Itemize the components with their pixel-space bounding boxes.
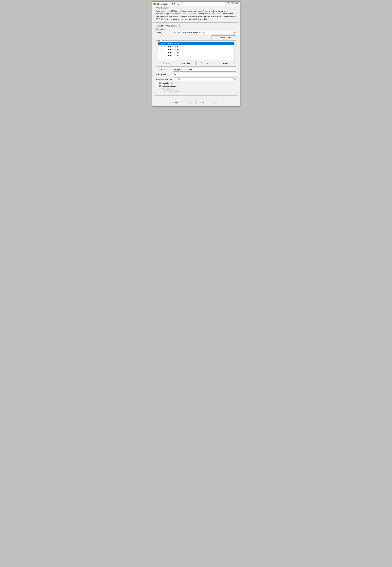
read-mode-row: Read mode: Asynchronous (device) Synchro… (156, 68, 236, 71)
read-mode-select-wrapper: Asynchronous (device) Synchronous (cache… (173, 68, 236, 71)
bottom-buttons: OK Cancel Help Apply (152, 99, 240, 106)
apply-button[interactable]: Apply (210, 100, 221, 104)
list-item[interactable]: Channel1.Device1.Tag26 (158, 48, 234, 51)
list-item[interactable]: Channel1.Device1.Tag27 (158, 51, 234, 54)
list-item[interactable]: Channel1.Device1.Tag25 (158, 45, 234, 48)
sample-time-row: Sample time: (156, 73, 236, 76)
add-items-button[interactable]: Add Items... (196, 61, 215, 65)
window-title: Block Properties: OPC Read (157, 3, 225, 5)
read-mode-label: Read mode: (156, 69, 172, 71)
window-controls: — □ ✕ (226, 2, 239, 5)
item-action-buttons: Move up Move down Add Items... Delete (158, 61, 235, 65)
parameters-group: Parameters Client: localhost/Kepware.KEP… (154, 29, 238, 96)
show-quality-checkbox[interactable] (156, 82, 158, 84)
list-item[interactable]: Channel1.Device1.Tag28 (158, 54, 234, 57)
show-timestamp-checkbox[interactable] (156, 85, 158, 87)
show-quality-row: Show quality port (156, 82, 236, 84)
value-port-row: Value port data type: double single int8… (156, 77, 236, 81)
sample-time-label: Sample time: (156, 73, 172, 75)
close-button[interactable]: ✕ (235, 2, 239, 5)
sample-time-input[interactable] (173, 73, 236, 76)
serial-date-number-label: Serial date number (163, 91, 179, 93)
value-port-select[interactable]: double single int8 int16 int32 uint8 uin… (174, 77, 236, 81)
move-up-button[interactable]: Move up (158, 61, 176, 65)
item-ids-group-label: Item IDs (158, 39, 165, 41)
serial-date-number-row: Serial date number (156, 91, 236, 93)
svg-text:M: M (154, 3, 155, 5)
opc-read-group-label: OPC Read block (156, 7, 169, 9)
item-ids-group: Item IDs Channel1.Device1.Tag24 Channel1… (156, 40, 236, 67)
app-icon: M (154, 2, 156, 5)
item-ids-list[interactable]: Channel1.Device1.Tag24 Channel1.Device1.… (158, 42, 235, 60)
parameters-group-label: Parameters (156, 28, 166, 30)
dialog-content: OPC Read block Read data from an OPC ser… (152, 6, 240, 99)
client-row: Client: localhost/Kepware.KEPServerEX.V6… (156, 31, 236, 34)
client-select-wrapper: localhost/Kepware.KEPServerEX.V6 ▼ (173, 31, 236, 34)
seconds-since-start-radio[interactable] (160, 88, 162, 90)
cancel-button[interactable]: Cancel (184, 100, 195, 104)
opc-read-group: OPC Read block Read data from an OPC ser… (154, 8, 238, 23)
title-bar: M Block Properties: OPC Read — □ ✕ (152, 1, 240, 6)
opc-description: Read data from an OPC server. Reads can … (156, 9, 236, 21)
minimize-button[interactable]: — (226, 2, 230, 5)
seconds-since-start-row: Seconds since start (156, 88, 236, 90)
value-port-select-wrapper: double single int8 int16 int32 uint8 uin… (174, 77, 236, 81)
move-down-button[interactable]: Move down (177, 61, 196, 65)
client-select[interactable]: localhost/Kepware.KEPServerEX.V6 (173, 31, 236, 34)
help-button[interactable]: Help (197, 100, 208, 104)
show-timestamp-row: Show timestamp port as: (156, 85, 236, 87)
import-from-workspace-button[interactable]: Import from Workspace... (154, 24, 180, 28)
read-mode-select[interactable]: Asynchronous (device) Synchronous (cache… (173, 68, 236, 71)
seconds-since-start-label: Seconds since start (163, 88, 179, 90)
client-label: Client: (156, 31, 172, 34)
list-item[interactable]: Channel1.Device1.Tag24 (158, 42, 234, 45)
configure-btn-row: Configure OPC Clients... (156, 35, 236, 39)
main-window: M Block Properties: OPC Read — □ ✕ OPC R… (152, 1, 240, 106)
show-quality-label[interactable]: Show quality port (159, 82, 173, 84)
serial-date-number-radio[interactable] (160, 91, 162, 93)
restore-button[interactable]: □ (231, 2, 235, 5)
value-port-label: Value port data type: (156, 78, 173, 80)
ok-button[interactable]: OK (171, 100, 182, 104)
configure-opc-clients-button[interactable]: Configure OPC Clients... (211, 35, 236, 39)
delete-button[interactable]: Delete (216, 61, 235, 65)
show-timestamp-label[interactable]: Show timestamp port as: (159, 85, 180, 87)
